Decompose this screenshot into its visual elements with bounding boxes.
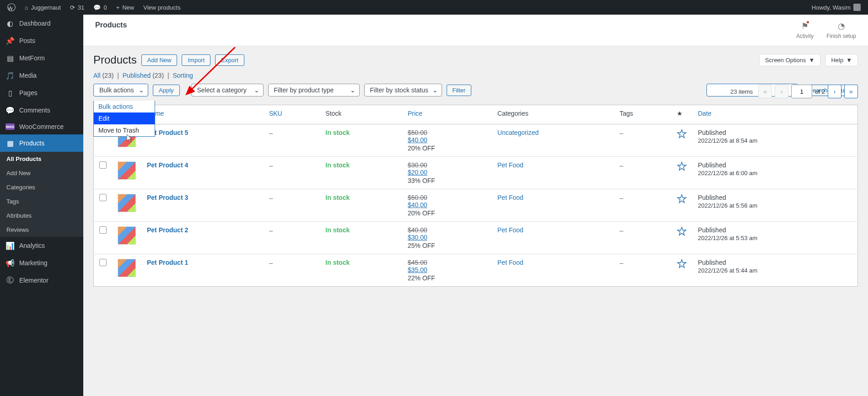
wp-logo[interactable] xyxy=(4,3,19,11)
sku-header[interactable]: SKU xyxy=(269,110,282,117)
table-row: Pet Product 2 – In stock $40.00 $30.00 2… xyxy=(94,222,858,254)
sidebar-sub-add-new[interactable]: Add New xyxy=(0,166,83,180)
metform-icon: ▤ xyxy=(5,54,15,63)
category-link[interactable]: Pet Food xyxy=(497,259,523,266)
tags-value: – xyxy=(620,226,623,234)
stock-status: In stock xyxy=(325,226,350,234)
new-content-link[interactable]: + New xyxy=(113,4,138,11)
status-published-link[interactable]: Published xyxy=(123,72,151,79)
row-checkbox[interactable] xyxy=(99,226,107,234)
featured-star-icon[interactable] xyxy=(677,161,687,171)
chevron-down-icon: ⌄ xyxy=(254,86,259,94)
sidebar-item-metform[interactable]: ▤MetForm xyxy=(0,49,83,67)
import-button[interactable]: Import xyxy=(182,54,210,66)
bulk-actions-dropdown: Bulk actions Edit Move to Trash xyxy=(93,101,155,137)
activity-button[interactable]: ⚑ Activity xyxy=(796,21,814,39)
howdy-link[interactable]: Howdy, Wasim xyxy=(808,4,864,11)
product-name-link[interactable]: Pet Product 2 xyxy=(147,226,188,234)
new-price: $40.00 xyxy=(408,136,486,144)
dropdown-option-bulk[interactable]: Bulk actions xyxy=(94,101,155,112)
current-page-input[interactable] xyxy=(791,85,812,98)
product-type-select[interactable]: Filter by product type ⌄ xyxy=(268,84,360,96)
dropdown-option-edit[interactable]: Edit xyxy=(94,112,155,124)
view-products-link[interactable]: View products xyxy=(140,4,184,11)
sidebar-sub-all-products[interactable]: All Products xyxy=(0,152,83,166)
publish-date: 2022/12/26 at 5:53 am xyxy=(698,235,852,241)
category-link[interactable]: Uncategorized xyxy=(497,129,539,136)
plus-icon: + xyxy=(116,4,120,11)
sidebar-sub-reviews[interactable]: Reviews xyxy=(0,223,83,237)
export-button[interactable]: Export xyxy=(215,54,244,66)
bulk-actions-select[interactable]: Bulk actions ⌄ xyxy=(93,84,148,96)
row-checkbox[interactable] xyxy=(99,259,107,266)
date-header[interactable]: Date xyxy=(698,110,712,117)
howdy-text: Howdy, Wasim xyxy=(812,4,851,11)
product-thumbnail[interactable] xyxy=(118,259,136,277)
sidebar-sub-categories[interactable]: Categories xyxy=(0,180,83,194)
featured-star-icon[interactable] xyxy=(677,129,687,139)
featured-star-icon[interactable] xyxy=(677,226,687,236)
sidebar-item-media[interactable]: 🎵Media xyxy=(0,67,83,84)
sidebar-item-dashboard[interactable]: ◐Dashboard xyxy=(0,15,83,32)
woo-icon: woo xyxy=(5,123,15,130)
product-name-link[interactable]: Pet Product 3 xyxy=(147,194,188,201)
publish-status: Published xyxy=(698,161,852,169)
sidebar-item-posts[interactable]: 📌Posts xyxy=(0,32,83,49)
topbar-title: Products xyxy=(95,21,127,39)
category-link[interactable]: Pet Food xyxy=(497,226,523,234)
sidebar-item-comments[interactable]: 💬Comments xyxy=(0,102,83,119)
progress-icon: ◔ xyxy=(836,21,846,31)
apply-button[interactable]: Apply xyxy=(153,85,180,96)
old-price: $30.00 xyxy=(408,161,486,169)
featured-star-icon[interactable] xyxy=(677,194,687,204)
last-page-button[interactable]: » xyxy=(844,85,858,98)
sidebar-sub-attributes[interactable]: Attributes xyxy=(0,209,83,223)
admin-bar: ⌂ Juggernaut ⟳ 31 💬 0 + New View product… xyxy=(0,0,868,15)
product-thumbnail[interactable] xyxy=(118,194,136,212)
stock-status-select[interactable]: Filter by stock status ⌄ xyxy=(364,84,442,96)
sidebar-item-products[interactable]: ▦Products xyxy=(0,134,83,152)
filter-button[interactable]: Filter xyxy=(447,85,472,96)
product-thumbnail[interactable] xyxy=(118,161,136,180)
discount-text: 25% OFF xyxy=(408,242,486,249)
dropdown-option-trash[interactable]: Move to Trash xyxy=(94,124,155,136)
site-name-link[interactable]: ⌂ Juggernaut xyxy=(21,4,65,11)
sidebar-item-elementor[interactable]: ⒺElementor xyxy=(0,272,83,289)
row-checkbox[interactable] xyxy=(99,194,107,201)
category-link[interactable]: Pet Food xyxy=(497,194,523,201)
updates-link[interactable]: ⟳ 31 xyxy=(66,4,88,11)
all-count: (23) xyxy=(102,72,113,79)
tags-value: – xyxy=(620,161,623,169)
header-row: Products Add New Import Export Screen Op… xyxy=(93,54,858,66)
sorting-link[interactable]: Sorting xyxy=(173,72,193,79)
sidebar-item-woocommerce[interactable]: wooWooCommerce xyxy=(0,119,83,134)
first-page-button[interactable]: « xyxy=(758,85,772,98)
screen-options-button[interactable]: Screen Options▼ xyxy=(759,54,820,66)
table-row: Pet Product 5 – In stock $50.00 $40.00 2… xyxy=(94,124,858,157)
table-header-row: Name SKU Stock Price Categories Tags ★ D… xyxy=(94,105,858,124)
finish-setup-button[interactable]: ◔ Finish setup xyxy=(826,21,856,39)
comments-link[interactable]: 💬 0 xyxy=(90,4,110,11)
status-all-link[interactable]: All xyxy=(93,72,101,79)
sidebar-item-analytics[interactable]: 📊Analytics xyxy=(0,237,83,254)
next-page-button[interactable]: › xyxy=(828,85,841,98)
sidebar-item-pages[interactable]: ▯Pages xyxy=(0,84,83,102)
publish-date: 2022/12/26 at 5:56 am xyxy=(698,202,852,209)
activity-label: Activity xyxy=(796,33,814,39)
category-select[interactable]: Select a category ⌄ xyxy=(191,84,264,96)
price-header[interactable]: Price xyxy=(408,110,422,117)
prev-page-button[interactable]: ‹ xyxy=(775,85,788,98)
product-thumbnail[interactable] xyxy=(118,226,136,245)
product-name-link[interactable]: Pet Product 4 xyxy=(147,161,188,169)
featured-star-header: ★ xyxy=(677,110,683,117)
chevron-down-icon: ⌄ xyxy=(432,86,438,94)
featured-star-icon[interactable] xyxy=(677,259,687,269)
publish-date: 2022/12/26 at 6:00 am xyxy=(698,170,852,177)
sidebar-item-marketing[interactable]: 📢Marketing xyxy=(0,254,83,272)
row-checkbox[interactable] xyxy=(99,161,107,169)
product-name-link[interactable]: Pet Product 1 xyxy=(147,259,188,266)
add-new-button[interactable]: Add New xyxy=(141,54,178,66)
help-button[interactable]: Help▼ xyxy=(825,54,858,66)
sidebar-sub-tags[interactable]: Tags xyxy=(0,194,83,209)
category-link[interactable]: Pet Food xyxy=(497,161,523,169)
